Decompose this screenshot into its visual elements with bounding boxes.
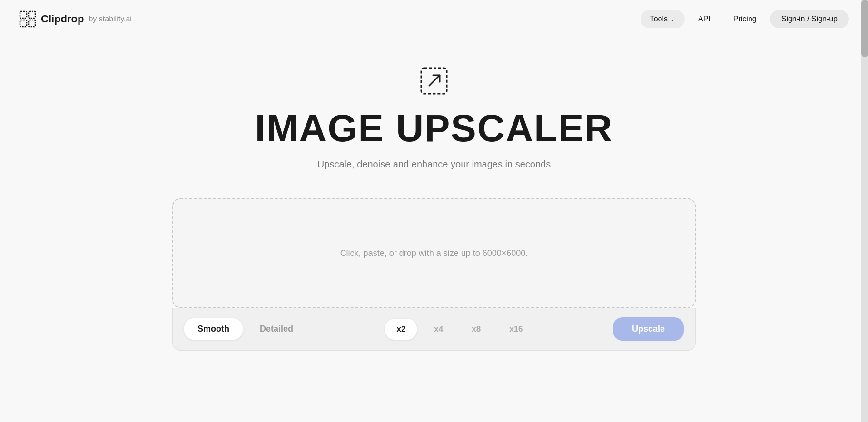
logo-brand: Clipdrop [41,13,84,25]
main-content: IMAGE UPSCALER Upscale, denoise and enha… [0,38,868,351]
scrollbar-thumb[interactable] [861,0,868,57]
logo-by-text: by stability.ai [89,15,131,23]
mode-controls: Smooth Detailed [184,318,306,340]
svg-rect-3 [29,20,35,27]
hero-icon [420,67,448,97]
chevron-down-icon: ⌄ [671,16,675,22]
svg-line-5 [429,75,440,86]
logo-area: Clipdrop by stability.ai [19,10,132,28]
header: Clipdrop by stability.ai Tools ⌄ API Pri… [0,0,868,38]
controls-bar: Smooth Detailed x2 x4 x8 x16 Upscale [172,308,696,351]
svg-rect-2 [20,20,27,27]
upscale-button[interactable]: Upscale [613,317,684,341]
svg-rect-0 [20,11,27,18]
api-link[interactable]: API [689,10,720,28]
tools-label: Tools [650,15,668,23]
dropzone-text: Click, paste, or drop with a size up to … [340,248,528,258]
scale-x16-button[interactable]: x16 [498,319,534,340]
scale-x4-button[interactable]: x4 [423,319,454,340]
page-title: IMAGE UPSCALER [255,107,613,150]
action-controls: Upscale [613,317,684,341]
smooth-mode-button[interactable]: Smooth [184,318,243,340]
scrollbar[interactable] [861,0,868,422]
pricing-link[interactable]: Pricing [724,10,766,28]
upscaler-icon [420,67,448,95]
nav-area: Tools ⌄ API Pricing Sign-in / Sign-up [641,10,849,28]
detailed-mode-button[interactable]: Detailed [247,318,306,340]
logo-icon [19,10,36,28]
svg-rect-1 [29,11,35,18]
tools-menu-button[interactable]: Tools ⌄ [641,10,685,28]
signin-button[interactable]: Sign-in / Sign-up [770,10,849,28]
dropzone-wrapper: Click, paste, or drop with a size up to … [172,198,696,351]
scale-x2-button[interactable]: x2 [385,319,417,340]
scale-controls: x2 x4 x8 x16 [385,319,534,340]
page-subtitle: Upscale, denoise and enhance your images… [317,159,551,170]
scale-x8-button[interactable]: x8 [460,319,492,340]
dropzone[interactable]: Click, paste, or drop with a size up to … [172,198,696,308]
